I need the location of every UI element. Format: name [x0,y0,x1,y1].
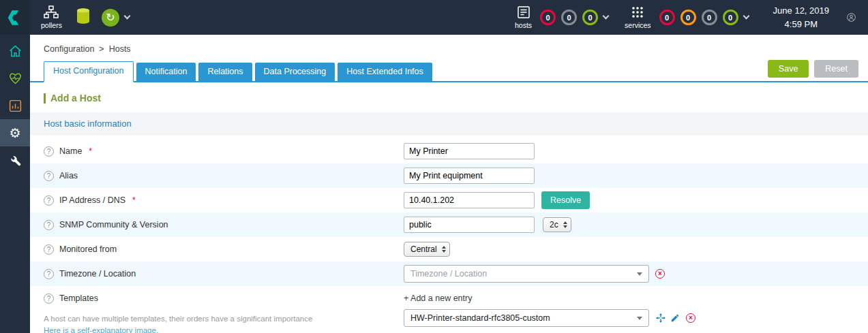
clock-time: 4:59 PM [773,18,829,31]
topbar-right: hosts 0 0 0 services 0 0 0 0 [515,4,868,31]
centreon-logo-icon [6,9,24,27]
snmp-label-group: ? SNMP Community & Version [44,220,404,230]
section-header: Host basic information [30,112,868,135]
add-template-link[interactable]: + Add a new entry [404,294,695,303]
clock-date: June 12, 2019 [773,4,829,18]
pollers-menu[interactable]: pollers [41,5,62,29]
form-row-alias: ? Alias [30,163,868,188]
alias-input[interactable] [404,168,535,184]
alias-label-group: ? Alias [44,171,404,181]
centreon-logo[interactable] [0,0,30,35]
help-icon[interactable]: ? [44,220,54,230]
template-remove-icon[interactable]: × [686,313,695,323]
sync-status-icon[interactable]: ↻ [102,9,119,27]
tab-relations[interactable]: Relations [198,63,252,81]
breadcrumb-hosts[interactable]: Hosts [109,44,131,54]
services-icon [631,5,644,19]
hosts-icon [517,5,530,19]
templates-help-text: A host can have multiple templates, thei… [44,313,404,325]
hosts-down-counter[interactable]: 0 [540,10,556,25]
form-row-ip: ? IP Address / DNS * Resolve [30,188,868,212]
timezone-label: Timezone / Location [59,269,136,279]
name-input[interactable] [404,143,535,159]
sidebar-item-administration[interactable] [0,146,30,174]
page-title-text: Add a Host [50,93,101,104]
chevron-down-icon[interactable] [123,13,130,20]
services-chevron-down-icon[interactable] [743,13,749,20]
help-icon[interactable]: ? [44,269,54,279]
services-unknown-counter[interactable]: 0 [702,10,717,25]
breadcrumb-configuration[interactable]: Configuration [44,44,94,54]
database-status[interactable] [76,7,91,27]
sidebar-item-configuration[interactable]: ⚙ [0,119,30,146]
help-icon[interactable]: ? [44,244,54,255]
ip-label: IP Address / DNS [59,195,125,205]
help-icon[interactable]: ? [44,146,54,157]
template-move-icon[interactable] [655,313,666,323]
user-icon [847,7,856,28]
sidebar: ⚙ [0,35,30,333]
user-avatar[interactable] [847,7,868,28]
sidebar-item-monitoring[interactable] [0,65,30,92]
help-icon[interactable]: ? [44,171,54,181]
name-label-group: ? Name * [44,146,404,157]
tab-notification[interactable]: Notification [136,63,196,81]
resolve-button[interactable]: Resolve [541,191,590,209]
services-menu[interactable]: services [625,5,651,29]
select-arrows-icon [563,221,567,228]
hosts-chevron-down-icon[interactable] [603,13,610,20]
help-icon[interactable]: ? [44,195,54,206]
hosts-unreachable-counter[interactable]: 0 [561,10,577,25]
services-ok-counter[interactable]: 0 [723,10,738,25]
wrench-icon [9,154,22,167]
heartbeat-icon [8,72,23,86]
template-edit-icon[interactable] [670,313,680,323]
alias-label: Alias [59,171,78,180]
form-row-timezone: ? Timezone / Location Timezone / Locatio… [30,261,868,286]
tab-data-processing[interactable]: Data Processing [255,63,335,81]
template-entry: HW-Printer-standard-rfc3805-custom × [404,309,695,327]
template-select[interactable]: HW-Printer-standard-rfc3805-custom [404,309,649,327]
snmp-version-select[interactable]: 2c [543,217,571,232]
tab-bar: Host Configuration Notification Relation… [30,60,868,82]
dropdown-arrow-icon [637,317,642,320]
ip-input[interactable] [404,192,535,208]
form-actions: Save Reset [768,60,858,78]
timezone-clear-icon[interactable]: × [655,269,665,279]
main-content: Configuration > Hosts Host Configuration… [30,35,868,333]
breadcrumb: Configuration > Hosts [30,35,868,60]
host-counters: 0 0 0 [540,10,598,25]
name-label: Name [59,146,82,156]
templates-label: Templates [59,294,98,303]
home-icon [8,44,23,59]
select-arrows-icon [442,246,446,253]
required-mark: * [132,195,136,205]
tab-host-configuration[interactable]: Host Configuration [44,61,134,82]
service-counters: 0 0 0 0 [659,10,738,25]
save-button[interactable]: Save [768,60,809,78]
sidebar-item-reporting[interactable] [0,92,30,119]
topbar: pollers ↻ hosts 0 0 0 [0,0,868,35]
monitored-from-select[interactable]: Central [404,242,450,257]
hosts-up-counter[interactable]: 0 [582,10,598,25]
templates-help-link[interactable]: Here is a self-explanatory image. [44,326,158,333]
help-icon[interactable]: ? [44,294,54,304]
form-row-name: ? Name * [30,139,868,163]
monitored-from-label: Monitored from [59,244,117,254]
pollers-icon [44,5,59,19]
form-row-snmp: ? SNMP Community & Version 2c [30,212,868,237]
services-label: services [625,21,651,29]
services-critical-counter[interactable]: 0 [659,10,675,25]
gear-icon: ⚙ [9,127,20,140]
services-warning-counter[interactable]: 0 [680,10,696,25]
timezone-select[interactable]: Timezone / Location [404,265,649,283]
sidebar-item-home[interactable] [0,37,30,65]
monitored-from-label-group: ? Monitored from [44,244,404,255]
snmp-community-input[interactable] [404,217,535,233]
tab-host-extended-infos[interactable]: Host Extended Infos [338,63,432,81]
reset-button[interactable]: Reset [814,60,858,78]
pollers-label: pollers [41,21,62,29]
database-icon [76,7,91,25]
page-title: Add a Host [44,93,868,104]
hosts-menu[interactable]: hosts [515,5,532,29]
